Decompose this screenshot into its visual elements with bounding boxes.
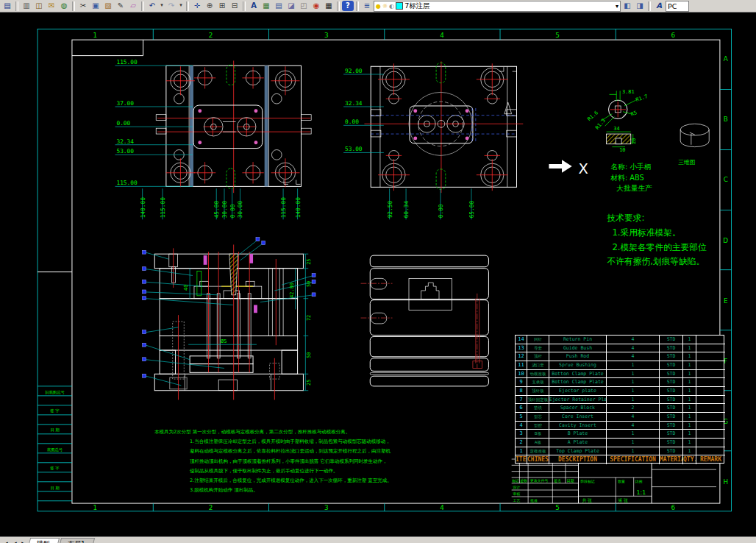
svg-text:R1.6: R1.6 xyxy=(586,110,599,122)
bom-item-cell: 8 xyxy=(516,387,527,396)
layer-lock-icon[interactable]: ◐ xyxy=(389,2,394,10)
save-icon[interactable]: ▤ xyxy=(1,1,13,11)
bom-material-cell: STD xyxy=(660,387,683,396)
svg-text:0.00: 0.00 xyxy=(116,120,130,127)
erase-icon[interactable]: ▱ xyxy=(127,1,139,11)
bom-chinese-cell: 动模座板 xyxy=(527,370,549,379)
toolbar-separator xyxy=(141,1,144,11)
notes-line: 使制品从模具脱下，便于取出制件为止，最后手动复位进行下一动作。 xyxy=(190,466,360,476)
bom-specification-cell: 1 xyxy=(607,447,660,456)
layer-on-bulb-icon[interactable]: ● xyxy=(376,2,381,10)
svg-text:不许有擦伤,划痕等缺陷。: 不许有擦伤,划痕等缺陷。 xyxy=(607,256,705,266)
svg-text:50: 50 xyxy=(306,352,312,358)
help-icon[interactable]: ? xyxy=(342,1,354,11)
layer-freeze-icon[interactable]: ☼ xyxy=(382,2,388,10)
notes-intro: 本模具为2次分型 第一次分型，动模板与定模板分离，第二次分型，推杆推板与动模板分… xyxy=(154,427,360,437)
svg-text:25: 25 xyxy=(306,259,312,265)
tool-red-icon[interactable]: ◉ xyxy=(310,1,322,11)
find-icon[interactable]: A xyxy=(248,1,260,11)
bom-specification-cell: 4 xyxy=(607,352,660,361)
bom-description-cell: A Plate xyxy=(549,439,607,447)
text-style-combo[interactable]: PC xyxy=(666,1,689,12)
match-properties-icon[interactable]: ✎ xyxy=(115,1,126,11)
layer-color-swatch[interactable] xyxy=(396,2,403,10)
sheetset-icon[interactable]: ◰ xyxy=(298,1,310,11)
print-icon[interactable]: ▥ xyxy=(21,1,32,11)
leader-balloons xyxy=(143,238,315,386)
publish-icon[interactable]: ✉ xyxy=(46,1,57,11)
calculator-icon[interactable]: ▦ xyxy=(323,1,335,11)
svg-text:旧底图总号: 旧底图总号 xyxy=(45,390,65,395)
bom-specification-cell: 1 xyxy=(607,361,660,370)
bom-remark-cell xyxy=(696,430,725,439)
bom-description-cell: Core Insert xyxy=(549,413,607,422)
technical-requirements: 技术要求: 1.采用标准模架。 2.模架各零件的主要部位 不许有擦伤,划痕等缺陷… xyxy=(607,213,707,266)
layer-previous-icon[interactable]: ◨ xyxy=(634,1,646,11)
svg-text:比例: 比例 xyxy=(635,479,643,484)
bom-header-description: DESCRIPTION xyxy=(549,455,607,464)
web-icon[interactable]: ◍ xyxy=(58,1,70,11)
markup-icon[interactable]: ◪ xyxy=(285,1,297,11)
pan-icon[interactable]: ✛ xyxy=(191,1,203,11)
bom-description-cell: Cavity Insert xyxy=(549,422,607,430)
bom-material-cell: STD xyxy=(660,439,683,447)
bom-chinese-cell: 垫块 xyxy=(527,404,549,413)
layer-combo-caret-icon[interactable]: ▾ xyxy=(616,3,618,10)
bom-specification-cell: 4 xyxy=(607,344,660,353)
palette-icon[interactable]: ▦ xyxy=(260,1,272,11)
bom-remark-cell xyxy=(696,422,725,430)
tab-layout1-label: 布局1 xyxy=(68,539,85,543)
side-view xyxy=(361,255,489,386)
svg-text:53.00: 53.00 xyxy=(345,146,363,152)
zoom-window-icon[interactable]: ⊞ xyxy=(216,1,228,11)
svg-text:底图总号: 底图总号 xyxy=(47,447,63,452)
bom-qty-cell: 1 xyxy=(683,422,696,430)
bom-material-cell: STD xyxy=(660,447,683,456)
svg-text:115.00: 115.00 xyxy=(116,180,137,186)
bom-material-cell: STD xyxy=(660,361,683,370)
zone-letter: D xyxy=(723,237,728,244)
print-preview-icon[interactable]: ◫ xyxy=(33,1,45,11)
copy-icon[interactable]: ▣ xyxy=(90,1,101,11)
tab-model[interactable]: 模型 xyxy=(27,538,60,543)
layers-icon[interactable]: ≡ xyxy=(361,1,373,11)
paste-icon[interactable]: ▨ xyxy=(102,1,114,11)
bom-specification-cell: 1 xyxy=(607,387,660,396)
bom-specification-cell: 4 xyxy=(607,336,660,344)
bom-specification-cell: 1 xyxy=(607,439,660,447)
bom-specification-cell: 4 xyxy=(607,413,660,422)
toolbar-separator xyxy=(337,1,340,11)
bom-header-material: MATERIAL xyxy=(660,455,683,464)
svg-text:标记: 标记 xyxy=(511,478,519,483)
zone-label: 1 xyxy=(93,32,97,39)
bom-material-cell: STD xyxy=(660,352,683,361)
bom-material-cell: STD xyxy=(660,422,683,430)
cut-icon[interactable]: ✂ xyxy=(77,1,89,11)
svg-text:115.00: 115.00 xyxy=(116,59,137,65)
svg-text:42.00: 42.00 xyxy=(289,283,295,298)
text-style-icon[interactable]: A xyxy=(653,1,665,11)
bom-item-cell: 2 xyxy=(516,439,527,447)
bom-description-cell: Top Clamp Plate xyxy=(549,447,607,456)
bom-description-cell: Push Rod xyxy=(549,352,607,361)
zoom-realtime-icon[interactable]: ⊕ xyxy=(204,1,215,11)
bom-qty-cell: 1 xyxy=(683,352,696,361)
table-icon[interactable]: ▤ xyxy=(273,1,285,11)
zone-label: 6 xyxy=(671,32,676,39)
zone-label: 4 xyxy=(440,504,444,511)
bom-item-cell: 9 xyxy=(516,378,527,387)
layer-combo[interactable]: ● ☼ ◐ 7标注层 ▾ xyxy=(374,1,621,12)
undo-caret-icon[interactable]: ▾ xyxy=(159,1,165,11)
svg-text:92.00: 92.00 xyxy=(345,68,363,74)
svg-text:材料: ABS: 材料: ABS xyxy=(610,174,643,182)
bom-remark-cell xyxy=(696,439,725,447)
redo-caret-icon[interactable]: ▾ xyxy=(178,1,184,11)
make-object-layer-current-icon[interactable]: ◧ xyxy=(621,1,633,11)
redo-icon[interactable]: ↷ xyxy=(165,1,177,11)
svg-text:25: 25 xyxy=(306,380,312,386)
undo-icon[interactable]: ↶ xyxy=(146,1,158,11)
zoom-previous-icon[interactable]: ⊟ xyxy=(229,1,240,11)
tab-layout1[interactable]: 布局1 xyxy=(58,538,95,543)
svg-text:共 张: 共 张 xyxy=(582,498,592,503)
text-style-value: PC xyxy=(668,2,677,10)
